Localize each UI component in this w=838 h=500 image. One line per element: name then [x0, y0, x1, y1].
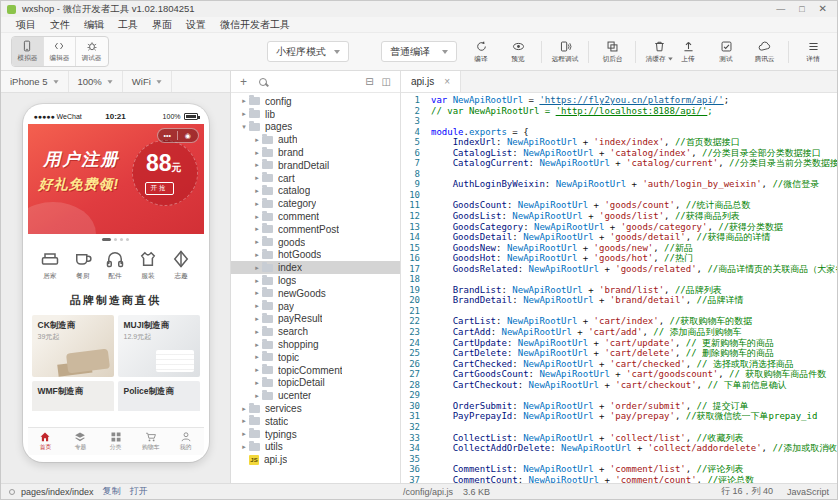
- category-kitchen[interactable]: 餐厨: [68, 249, 98, 281]
- tree-item-ucenter[interactable]: ▸ucenter: [231, 389, 400, 402]
- code-line: 10: [401, 190, 837, 201]
- dock-panel-icon[interactable]: ◫: [382, 77, 391, 87]
- brand-card[interactable]: Police制造商: [118, 381, 200, 411]
- tree-item-typings[interactable]: ▸typings: [231, 428, 400, 441]
- tree-item-index[interactable]: ▸index: [231, 261, 400, 274]
- toolbar-divider: [788, 41, 789, 63]
- brand-card[interactable]: MUJI制造商12.9元起: [118, 315, 200, 377]
- tab-category[interactable]: 分类: [98, 428, 133, 455]
- menu-item[interactable]: 工具: [111, 17, 145, 33]
- miniprogram-capsule[interactable]: ••• ◉: [157, 128, 199, 143]
- panel-toggle-editor[interactable]: 编辑器: [44, 37, 76, 66]
- brand-price: 39元起: [38, 332, 60, 342]
- preview-button[interactable]: 预览: [504, 40, 532, 64]
- tree-item-commentPost[interactable]: ▸commentPost: [231, 223, 400, 236]
- tree-item-search[interactable]: ▸search: [231, 325, 400, 338]
- compile-select[interactable]: 普通编译: [381, 41, 457, 62]
- close-tab-icon[interactable]: ×: [444, 76, 450, 87]
- copy-path-button[interactable]: 复制: [103, 485, 121, 498]
- tree-item-brand[interactable]: ▸brand: [231, 146, 400, 159]
- tree-item-topicComment[interactable]: ▸topicComment: [231, 364, 400, 377]
- menu-item[interactable]: 编辑: [77, 17, 111, 33]
- tab-home[interactable]: 首页: [28, 428, 63, 455]
- code-editor[interactable]: 1var NewApiRootUrl = 'https://fly2you.cn…: [401, 93, 837, 483]
- category-accessory[interactable]: 配件: [100, 249, 130, 281]
- tree-item-services[interactable]: ▸services: [231, 402, 400, 415]
- tree-item-topic[interactable]: ▸topic: [231, 351, 400, 364]
- detail-icon: [807, 40, 820, 53]
- panel-toggle-debugger[interactable]: 调试器: [76, 37, 108, 66]
- line-number: 16: [401, 253, 431, 264]
- tree-item-catalog[interactable]: ▸catalog: [231, 185, 400, 198]
- network-select[interactable]: WiFi: [123, 71, 172, 92]
- minimize-button[interactable]: —: [776, 2, 785, 16]
- tree-item-label: topicDetail: [278, 377, 325, 388]
- line-number: 26: [401, 359, 431, 370]
- maximize-button[interactable]: □: [799, 2, 804, 16]
- upload-button[interactable]: 上传: [674, 40, 702, 64]
- mode-select[interactable]: 小程序模式: [267, 41, 349, 62]
- tree-item-payResult[interactable]: ▸payResult: [231, 313, 400, 326]
- tree-item-pay[interactable]: ▸pay: [231, 300, 400, 313]
- category-home[interactable]: 居家: [35, 249, 65, 281]
- code-line: 13 GoodsCategory: NewApiRootUrl + 'goods…: [401, 222, 837, 233]
- line-number: 21: [401, 306, 431, 317]
- category-label: 志趣: [174, 271, 187, 281]
- menu-item[interactable]: 微信开发者工具: [213, 17, 297, 33]
- tree-item-auth[interactable]: ▸auth: [231, 133, 400, 146]
- background-button[interactable]: 切后台: [598, 40, 626, 64]
- brand-card[interactable]: CK制造商39元起: [32, 315, 114, 377]
- phone-screen[interactable]: ●●●●● WeChat 10:21 100% ••• ◉: [28, 109, 204, 455]
- menu-item[interactable]: 界面: [145, 17, 179, 33]
- tree-item-config[interactable]: ▸config: [231, 95, 400, 108]
- chevron-icon: ▸: [252, 200, 262, 208]
- menu-item[interactable]: 项目: [9, 17, 43, 33]
- tree-item-label: commentPost: [278, 224, 339, 235]
- language-mode[interactable]: JavaScript: [787, 487, 829, 497]
- detail-button[interactable]: 详情: [799, 40, 827, 64]
- tab-cart[interactable]: 购物车: [133, 428, 168, 455]
- exit-icon[interactable]: ◉: [178, 129, 198, 142]
- tree-item-topicDetail[interactable]: ▸topicDetail: [231, 377, 400, 390]
- close-button[interactable]: ✕: [819, 2, 827, 16]
- tab-topic[interactable]: 专题: [63, 428, 98, 455]
- tab-api-js[interactable]: api.js ×: [401, 71, 461, 92]
- tab-me[interactable]: 我的: [168, 428, 203, 455]
- tree-item-static[interactable]: ▸static: [231, 415, 400, 428]
- open-page-button[interactable]: 打开: [130, 485, 148, 498]
- tree-item-hotGoods[interactable]: ▸hotGoods: [231, 249, 400, 262]
- menu-item[interactable]: 设置: [179, 17, 213, 33]
- tree-item-cart[interactable]: ▸cart: [231, 172, 400, 185]
- category-apparel[interactable]: 服装: [133, 249, 163, 281]
- tree-item-logs[interactable]: ▸logs: [231, 274, 400, 287]
- tree-item-newGoods[interactable]: ▸newGoods: [231, 287, 400, 300]
- folder-icon: [262, 161, 273, 169]
- compile-button[interactable]: 编译: [467, 40, 495, 64]
- panel-toggle-simulator[interactable]: 模拟器: [12, 37, 44, 66]
- collapse-all-icon[interactable]: ⊟: [365, 77, 373, 87]
- tree-item-pages[interactable]: ▾pages: [231, 121, 400, 134]
- tree-item-comment[interactable]: ▸comment: [231, 210, 400, 223]
- tree-item-lib[interactable]: ▸lib: [231, 108, 400, 121]
- menu-item[interactable]: 文件: [43, 17, 77, 33]
- test-button[interactable]: 测试: [712, 40, 740, 64]
- cloud-button[interactable]: 腾讯云: [750, 40, 778, 64]
- device-select[interactable]: iPhone 5: [1, 71, 69, 92]
- tree-item-api.js[interactable]: JSapi.js: [231, 453, 400, 466]
- tree-item-label: brand: [278, 147, 304, 158]
- tree-item-goods[interactable]: ▸goods: [231, 236, 400, 249]
- code-line: 34 CollectAddOrDelete: NewApiRootUrl + '…: [401, 443, 837, 454]
- tree-item-category[interactable]: ▸category: [231, 197, 400, 210]
- add-file-icon[interactable]: +: [240, 76, 247, 88]
- more-icon[interactable]: •••: [158, 129, 178, 142]
- category-hobby[interactable]: 志趣: [166, 249, 196, 281]
- tree-item-brandDetail[interactable]: ▸brandDetail: [231, 159, 400, 172]
- tree-item-utils[interactable]: ▸utils: [231, 441, 400, 454]
- badge-amount: 88: [146, 150, 172, 176]
- tree-item-shopping[interactable]: ▸shopping: [231, 338, 400, 351]
- brand-card[interactable]: WMF制造商: [32, 381, 114, 411]
- remote-button[interactable]: 远程调试: [551, 40, 579, 64]
- clear-button[interactable]: 清缓存: [645, 40, 674, 64]
- zoom-select[interactable]: 100%: [69, 71, 123, 92]
- search-icon[interactable]: [259, 78, 267, 86]
